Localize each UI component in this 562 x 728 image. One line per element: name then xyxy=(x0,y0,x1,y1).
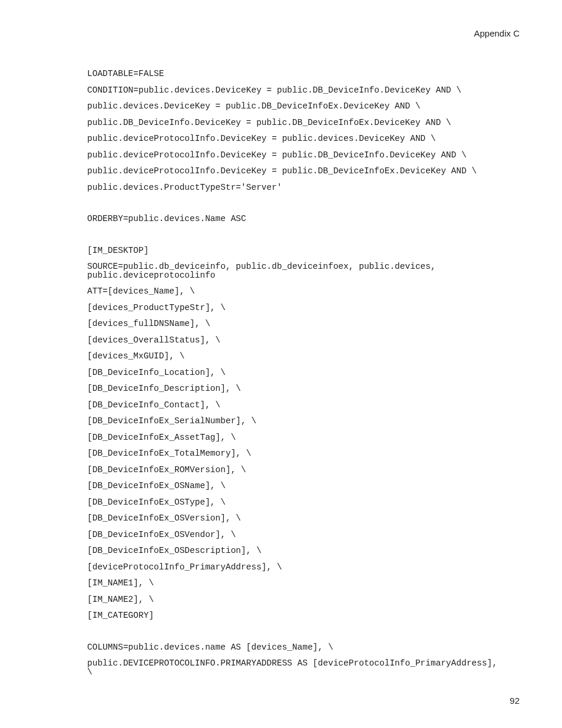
code-line: COLUMNS=public.devices.name AS [devices_… xyxy=(87,643,500,652)
code-line: [DB_DeviceInfo_Location], \ xyxy=(87,368,500,377)
code-line: CONDITION=public.devices.DeviceKey = pub… xyxy=(87,86,500,95)
page-number: 92 xyxy=(510,696,520,706)
code-line: [deviceProtocolInfo_PrimaryAddress], \ xyxy=(87,563,500,572)
blank-line xyxy=(87,231,500,246)
code-line: [DB_DeviceInfoEx_AssetTag], \ xyxy=(87,433,500,442)
code-line: ATT=[devices_Name], \ xyxy=(87,287,500,296)
code-line: [DB_DeviceInfoEx_SerialNumber], \ xyxy=(87,417,500,426)
code-line: [DB_DeviceInfoEx_OSVersion], \ xyxy=(87,514,500,523)
code-line: public.deviceProtocolInfo.DeviceKey = pu… xyxy=(87,134,500,143)
code-line: [DB_DeviceInfo_Description], \ xyxy=(87,384,500,393)
code-line: public.DEVICEPROTOCOLINFO.PRIMARYADDRESS… xyxy=(87,659,500,676)
code-block: LOADTABLE=FALSECONDITION=public.devices.… xyxy=(87,70,500,684)
blank-line xyxy=(87,628,500,643)
code-line: LOADTABLE=FALSE xyxy=(87,70,500,78)
code-line: [DB_DeviceInfoEx_OSName], \ xyxy=(87,482,500,490)
blank-line xyxy=(87,199,500,215)
code-line: [DB_DeviceInfoEx_TotalMemory], \ xyxy=(87,449,500,458)
code-line: [DB_DeviceInfoEx_ROMVersion], \ xyxy=(87,466,500,475)
code-line: [devices_OverallStatus], \ xyxy=(87,336,500,345)
code-line: [IM_NAME2], \ xyxy=(87,595,500,604)
code-line: public.DB_DeviceInfo.DeviceKey = public.… xyxy=(87,118,500,127)
code-line: [DB_DeviceInfo_Contact], \ xyxy=(87,401,500,410)
code-line: [devices_fullDNSName], \ xyxy=(87,319,500,328)
code-line: [IM_DESKTOP] xyxy=(87,246,500,255)
code-line: [DB_DeviceInfoEx_OSDescription], \ xyxy=(87,546,500,555)
code-line: public.devices.ProductTypeStr='Server' xyxy=(87,183,500,192)
code-line: [IM_NAME1], \ xyxy=(87,579,500,588)
code-line: SOURCE=public.db_deviceinfo, public.db_d… xyxy=(87,262,500,279)
code-line: public.deviceProtocolInfo.DeviceKey = pu… xyxy=(87,151,500,160)
header-appendix: Appendix C xyxy=(474,28,520,38)
code-line: public.devices.DeviceKey = public.DB_Dev… xyxy=(87,102,500,111)
code-line: [DB_DeviceInfoEx_OSType], \ xyxy=(87,498,500,507)
code-line: [IM_CATEGORY] xyxy=(87,611,500,620)
code-line: public.deviceProtocolInfo.DeviceKey = pu… xyxy=(87,167,500,176)
code-line: [devices_ProductTypeStr], \ xyxy=(87,304,500,312)
code-line: ORDERBY=public.devices.Name ASC xyxy=(87,215,500,223)
code-line: [devices_MxGUID], \ xyxy=(87,352,500,361)
page: Appendix C LOADTABLE=FALSECONDITION=publ… xyxy=(0,0,562,728)
code-line: [DB_DeviceInfoEx_OSVendor], \ xyxy=(87,531,500,539)
